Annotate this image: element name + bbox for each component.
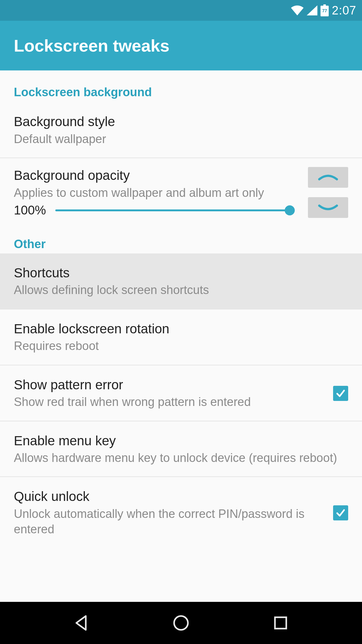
settings-list[interactable]: Lockscreen background Background style D… [0,70,362,602]
checkbox-pattern-error[interactable] [333,386,348,401]
check-icon [335,388,346,399]
item-shortcuts[interactable]: Shortcuts Allows defining lock screen sh… [0,253,362,309]
item-title: Enable lockscreen rotation [14,321,348,337]
opacity-slider[interactable] [55,204,294,217]
cell-signal-icon [307,5,317,15]
item-enable-menu-key[interactable]: Enable menu key Allows hardware menu key… [0,421,362,477]
item-title: Background style [14,114,348,130]
section-header-background: Lockscreen background [0,70,362,102]
item-background-opacity[interactable]: Background opacity Applies to custom wal… [0,158,362,227]
screen: 77 2:07 Lockscreen tweaks Lockscreen bac… [0,0,362,644]
check-icon [335,508,346,518]
item-title: Shortcuts [14,265,348,281]
item-subtitle: Allows defining lock screen shortcuts [14,282,348,298]
opacity-value: 100% [14,203,46,217]
svg-rect-0 [323,4,326,6]
slider-track [55,209,294,211]
nav-recents-button[interactable] [262,604,299,642]
app-bar: Lockscreen tweaks [0,21,362,70]
svg-rect-3 [275,617,286,629]
item-subtitle: Requires reboot [14,338,348,354]
item-title: Show pattern error [14,377,326,393]
checkbox-quick-unlock[interactable] [333,505,348,520]
item-title: Quick unlock [14,488,326,505]
status-bar: 77 2:07 [0,0,362,21]
nav-home-button[interactable] [162,604,200,642]
opacity-stepper [308,167,348,218]
opacity-decrease-button[interactable] [308,197,348,218]
item-subtitle: Unlock automatically when the correct PI… [14,506,326,537]
opacity-increase-button[interactable] [308,167,348,188]
item-subtitle: Applies to custom wallpaper and album ar… [14,185,294,201]
item-show-pattern-error[interactable]: Show pattern error Show red trail when w… [0,365,362,421]
item-quick-unlock[interactable]: Quick unlock Unlock automatically when t… [0,477,362,540]
battery-text: 77 [321,8,329,13]
item-subtitle: Show red trail when wrong pattern is ent… [14,394,326,410]
item-enable-rotation[interactable]: Enable lockscreen rotation Requires rebo… [0,309,362,365]
item-subtitle: Allows hardware menu key to unlock devic… [14,450,348,466]
status-time: 2:07 [332,4,356,17]
svg-point-2 [174,616,188,630]
chevron-down-icon [318,204,338,211]
item-title: Enable menu key [14,433,348,449]
chevron-up-icon [318,174,338,180]
recents-icon [271,613,290,632]
battery-icon: 77 [321,4,329,16]
item-background-style[interactable]: Background style Default wallpaper [0,102,362,158]
item-subtitle: Default wallpaper [14,131,348,147]
slider-thumb[interactable] [285,205,295,215]
navigation-bar [0,602,362,644]
wifi-icon [291,5,304,15]
section-header-other: Other [0,227,362,253]
nav-back-button[interactable] [63,604,100,642]
back-icon [72,613,91,632]
home-icon [172,613,190,632]
page-title: Lockscreen tweaks [14,36,169,55]
item-title: Background opacity [14,167,294,184]
